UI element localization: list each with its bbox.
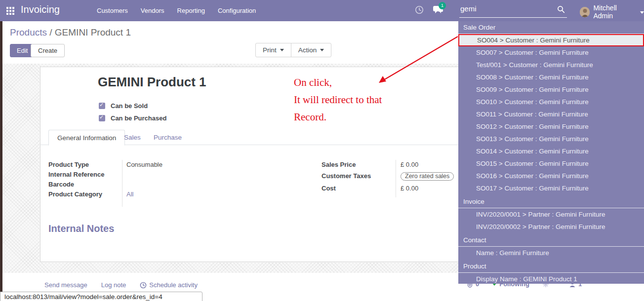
dropdown-item[interactable]: SO014 > Customer : Gemini Furniture <box>458 145 644 157</box>
dropdown-item[interactable]: SO013 > Customer : Gemini Furniture <box>458 133 644 145</box>
product-flags: Can be SoldCan be Purchased <box>99 100 166 124</box>
field-group-left: Product TypeConsumableInternal Reference… <box>48 161 261 200</box>
field-row: Product CategoryAll <box>48 190 261 198</box>
field-label: Barcode <box>48 181 126 188</box>
search-icon[interactable] <box>557 5 565 15</box>
dropdown-section-header-invoice: Invoice <box>458 195 644 208</box>
apps-grid-icon[interactable] <box>6 7 14 15</box>
breadcrumb-current: / GEMINI Product 1 <box>47 27 131 38</box>
global-search <box>459 2 567 18</box>
dropdown-item[interactable]: Name : Gemini Furniture <box>458 247 644 259</box>
field-separator-line <box>122 160 122 207</box>
main-menu: CustomersVendorsReportingConfiguration <box>97 7 256 14</box>
dropdown-item[interactable]: SO011 > Customer : Gemini Furniture <box>458 108 644 120</box>
tab-general-information[interactable]: General Information <box>48 130 125 146</box>
field-value[interactable]: All <box>126 190 261 198</box>
dropdown-item[interactable]: Display Name : GEMINI Product 1 <box>458 273 644 284</box>
field-label: Internal Reference <box>48 171 126 178</box>
dropdown-item[interactable]: Test/001 > Customer : Gemini Furniture <box>458 59 644 71</box>
avatar <box>580 7 590 17</box>
log-note-button[interactable]: Log note <box>101 281 126 289</box>
dropdown-item[interactable]: SO012 > Customer : Gemini Furniture <box>458 120 644 133</box>
chevron-down-icon <box>320 49 324 51</box>
checkbox-checked-icon[interactable] <box>99 115 105 121</box>
menu-item-configuration[interactable]: Configuration <box>218 7 256 14</box>
field-label: Sales Price <box>322 161 401 168</box>
dropdown-item[interactable]: SO017 > Customer : Gemini Furniture <box>458 182 644 194</box>
chatter-toolbar: Send message Log note Schedule activity <box>44 281 198 289</box>
print-action-group: Print Action <box>255 43 331 57</box>
menu-item-customers[interactable]: Customers <box>97 7 128 14</box>
window-left-edge <box>0 21 2 301</box>
chevron-down-icon <box>280 49 284 51</box>
checkbox-label: Can be Sold <box>111 102 148 110</box>
send-message-button[interactable]: Send message <box>44 281 87 289</box>
field-row: Internal Reference <box>48 171 261 178</box>
schedule-activity-button[interactable]: Schedule activity <box>140 281 198 289</box>
dropdown-section-header-contact: Contact <box>458 234 644 247</box>
print-button[interactable]: Print <box>256 43 291 57</box>
breadcrumb: Products / GEMINI Product 1 <box>10 27 131 38</box>
dropdown-item[interactable]: INV/2020/0001 > Partner : Gemini Furnitu… <box>458 208 644 221</box>
dropdown-item[interactable]: SO016 > Customer : Gemini Furniture <box>458 170 644 182</box>
dropdown-section-header-product: Product <box>458 260 644 273</box>
tab-sales[interactable]: Sales <box>116 130 149 145</box>
action-button[interactable]: Action <box>291 43 331 57</box>
top-navbar: Invoicing CustomersVendorsReportingConfi… <box>0 0 644 21</box>
tab-purchase[interactable]: Purchase <box>145 130 190 145</box>
dropdown-item-highlighted[interactable]: SO004 > Customer : Gemini Furniture <box>458 34 644 46</box>
field-value <box>126 181 261 188</box>
dropdown-item[interactable]: SO015 > Customer : Gemini Furniture <box>458 157 644 170</box>
systray: 1 <box>415 5 443 14</box>
field-label: Product Category <box>48 190 126 198</box>
field-row: Product TypeConsumable <box>48 161 261 168</box>
message-count-badge: 1 <box>439 2 446 9</box>
checkbox-row[interactable]: Can be Sold <box>99 100 166 112</box>
checkbox-checked-icon[interactable] <box>99 103 105 109</box>
messages-icon[interactable]: 1 <box>433 5 443 14</box>
dropdown-item[interactable]: SO009 > Customer : Gemini Furniture <box>458 83 644 96</box>
dropdown-item[interactable]: SO008 > Customer : Gemini Furniture <box>458 71 644 83</box>
field-label: Cost <box>322 185 401 192</box>
create-button[interactable]: Create <box>31 44 65 57</box>
breadcrumb-products-link[interactable]: Products <box>10 27 47 38</box>
menu-item-reporting[interactable]: Reporting <box>177 7 205 14</box>
chevron-down-icon <box>640 11 644 14</box>
field-value: Consumable <box>126 161 261 168</box>
field-separator-line <box>396 160 396 197</box>
app-name[interactable]: Invoicing <box>21 4 60 15</box>
checkbox-row[interactable]: Can be Purchased <box>99 112 166 124</box>
user-menu[interactable]: Mitchell Admin <box>580 4 644 20</box>
browser-status-url: localhost:8013/mail/view?model=sale.orde… <box>0 292 202 301</box>
field-label: Product Type <box>48 161 126 168</box>
search-results-dropdown: Sale OrderSO004 > Customer : Gemini Furn… <box>458 21 644 284</box>
dropdown-section-header-sale-order: Sale Order <box>458 21 644 34</box>
search-input[interactable] <box>460 4 552 13</box>
annotation-text: On click, It will redirect to that Recor… <box>294 74 457 126</box>
product-title: GEMINI Product 1 <box>98 75 206 90</box>
internal-notes-heading: Internal Notes <box>48 223 114 234</box>
checkbox-label: Can be Purchased <box>111 114 166 122</box>
field-label: Customer Taxes <box>322 172 401 181</box>
user-name: Mitchell Admin <box>593 4 637 20</box>
field-row: Barcode <box>48 181 261 188</box>
dropdown-item[interactable]: SO010 > Customer : Gemini Furniture <box>458 96 644 108</box>
tax-badge[interactable]: Zero rated sales <box>401 172 454 181</box>
dropdown-item[interactable]: SO007 > Customer : Gemini Furniture <box>458 46 644 59</box>
clock-icon <box>140 282 147 289</box>
dropdown-item[interactable]: INV/2020/0002 > Partner : Gemini Furnitu… <box>458 221 644 233</box>
field-value <box>126 171 261 178</box>
menu-item-vendors[interactable]: Vendors <box>141 7 164 14</box>
activity-clock-icon[interactable] <box>415 5 424 14</box>
